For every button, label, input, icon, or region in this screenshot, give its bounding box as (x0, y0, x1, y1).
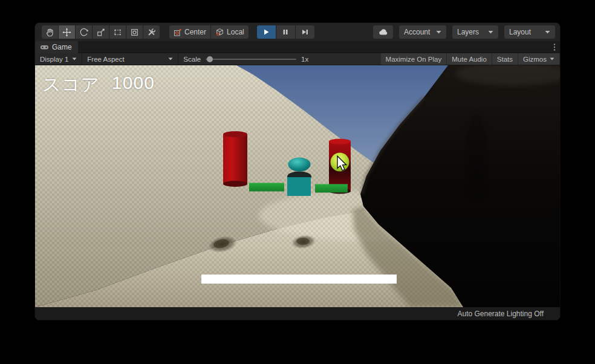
layers-label: Layers (457, 28, 479, 36)
chevron-down-icon (72, 57, 77, 60)
maximize-on-play-toggle[interactable]: Maximize On Play (381, 53, 447, 65)
tab-bar: Game (35, 41, 560, 53)
tab-game[interactable]: Game (35, 41, 78, 53)
tab-menu-button[interactable] (549, 43, 560, 51)
gizmos-label: Gizmos (523, 56, 547, 63)
toolbar-right-group: Account Layers Layout (373, 25, 556, 39)
cloud-icon (379, 28, 388, 36)
wrench-icon (147, 28, 156, 37)
stats-toggle[interactable]: Stats (492, 53, 518, 65)
transform-tool-button[interactable] (126, 25, 143, 39)
game-viewport[interactable]: スコア 1000 (35, 65, 560, 307)
score-value: 1000 (112, 73, 155, 97)
status-bar: Auto Generate Lighting Off (35, 307, 560, 320)
step-button[interactable] (296, 25, 314, 39)
pivot-center-icon (174, 28, 182, 37)
gamepad-icon (40, 43, 49, 51)
game-toolbar-right: Maximize On Play Mute Audio Stats Gizmos (381, 53, 560, 65)
pivot-local-label: Local (227, 28, 244, 36)
pivot-local-button[interactable]: Local (211, 25, 249, 39)
play-icon (262, 28, 270, 36)
pivot-center-button[interactable]: Center (169, 25, 210, 39)
main-toolbar: Center Local Account (35, 23, 560, 41)
rect-tool-button[interactable] (109, 25, 126, 39)
scale-value: 1x (301, 56, 308, 63)
aspect-dropdown[interactable]: Free Aspect (82, 53, 178, 65)
playback-controls (257, 25, 314, 39)
pivot-group: Center Local (169, 25, 249, 39)
mute-audio-label: Mute Audio (452, 56, 487, 63)
chevron-down-icon (550, 57, 554, 60)
display-label: Display 1 (40, 56, 68, 63)
green-bar-right (315, 184, 348, 193)
chevron-down-icon (488, 30, 493, 34)
move-icon (62, 28, 71, 37)
move-tool-button[interactable] (59, 25, 75, 39)
red-cylinder-left (223, 131, 247, 187)
teal-ellipsoid (288, 158, 311, 172)
play-button[interactable] (257, 25, 276, 39)
local-cube-icon (215, 28, 224, 37)
pivot-center-label: Center (184, 28, 206, 36)
pause-icon (281, 28, 290, 36)
aspect-label: Free Aspect (87, 56, 124, 63)
scale-slider[interactable] (206, 59, 296, 60)
lighting-status-text[interactable]: Auto Generate Lighting Off (457, 310, 544, 318)
maximize-on-play-label: Maximize On Play (386, 56, 442, 63)
cloud-services-button[interactable] (373, 25, 393, 39)
display-dropdown[interactable]: Display 1 (35, 53, 82, 65)
step-icon (301, 28, 309, 36)
scale-label: Scale (183, 56, 201, 63)
rect-tool-icon (113, 28, 122, 37)
tab-game-label: Game (52, 43, 72, 51)
hand-tool-button[interactable] (42, 25, 58, 39)
chevron-down-icon (545, 30, 550, 34)
chevron-down-icon (168, 57, 173, 60)
transform-icon (130, 28, 139, 37)
scale-icon (96, 28, 105, 37)
scale-slider-knob[interactable] (207, 56, 213, 62)
account-label: Account (404, 28, 430, 36)
hand-icon (45, 28, 54, 37)
mute-audio-toggle[interactable]: Mute Audio (447, 53, 492, 65)
score-display: スコア 1000 (42, 73, 155, 97)
scale-control: Scale 1x (178, 56, 313, 63)
transform-tools-group (42, 25, 160, 39)
custom-tool-button[interactable] (143, 25, 160, 39)
kebab-menu-icon (553, 43, 556, 51)
layers-dropdown[interactable]: Layers (452, 25, 498, 39)
game-view-toolbar: Display 1 Free Aspect Scale 1x Maximize … (35, 53, 560, 65)
gizmos-dropdown[interactable]: Gizmos (518, 53, 559, 65)
pause-button[interactable] (276, 25, 295, 39)
game-scene (35, 65, 561, 307)
score-label: スコア (42, 73, 100, 97)
rotate-tool-button[interactable] (76, 25, 92, 39)
stats-label: Stats (497, 56, 513, 63)
teal-cube (287, 177, 311, 196)
chevron-down-icon (436, 30, 441, 34)
unity-editor-window: Center Local Account (34, 22, 561, 320)
scale-tool-button[interactable] (93, 25, 109, 39)
layout-dropdown[interactable]: Layout (504, 25, 555, 39)
green-bar-left (249, 183, 284, 192)
white-bar (201, 275, 397, 284)
layout-label: Layout (509, 28, 531, 36)
account-dropdown[interactable]: Account (399, 25, 446, 39)
rotate-icon (79, 28, 88, 37)
